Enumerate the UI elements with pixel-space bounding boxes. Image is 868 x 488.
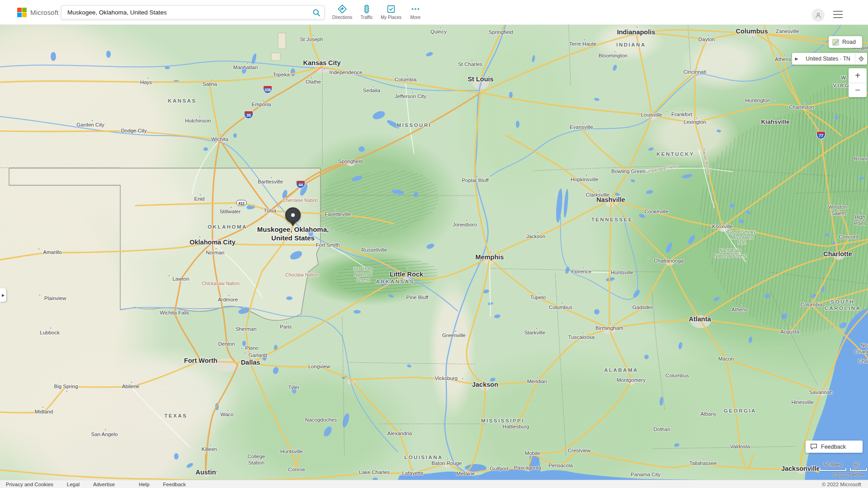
- my-places-button[interactable]: My Places: [379, 3, 403, 20]
- microsoft-logo-icon: [17, 8, 27, 17]
- more-label: More: [410, 15, 421, 20]
- scale-miles-label: 50 miles: [824, 462, 841, 467]
- traffic-button[interactable]: Traffic: [354, 3, 379, 20]
- advertise-link[interactable]: Advertise: [93, 482, 115, 487]
- traffic-label: Traffic: [360, 15, 373, 20]
- scale-miles-bar: [819, 468, 846, 471]
- map-style-road-button[interactable]: Road: [829, 36, 862, 48]
- bottom-bar: Privacy and Cookies Legal Advertise Help…: [0, 480, 868, 488]
- zoom-in-button[interactable]: +: [849, 68, 867, 83]
- locate-me-button[interactable]: [855, 53, 867, 65]
- search-box: [61, 5, 325, 19]
- location-pin[interactable]: [285, 207, 301, 223]
- feedback-label: Feedback: [821, 444, 846, 450]
- breadcrumb-expand-icon[interactable]: ▶: [792, 56, 801, 61]
- zoom-out-button[interactable]: −: [849, 83, 867, 97]
- more-button[interactable]: More: [403, 3, 428, 20]
- bing-maps-app: Microsoft Bing Directions: [0, 0, 868, 488]
- breadcrumb-text: United States · TN: [801, 56, 855, 62]
- road-button-label: Road: [842, 39, 856, 45]
- side-panel-expander[interactable]: ▶: [0, 288, 6, 302]
- copyright: © 2022 Microsoft: [822, 482, 861, 487]
- pin-label: Muskogee, Oklahoma, United States: [257, 225, 329, 243]
- more-icon: [410, 4, 420, 14]
- my-places-icon: [386, 4, 396, 14]
- account-avatar[interactable]: [811, 9, 825, 22]
- directions-label: Directions: [332, 15, 352, 20]
- traffic-icon: [362, 4, 372, 14]
- help-link[interactable]: Help: [139, 482, 150, 487]
- directions-icon: [337, 4, 347, 14]
- scale-km-bar: [850, 468, 867, 471]
- search-input[interactable]: [61, 9, 309, 16]
- top-bar: Microsoft Bing Directions: [0, 0, 868, 25]
- map-canvas[interactable]: QuincySpringfieldColumbusZanesvilleSt Jo…: [0, 25, 868, 480]
- region-breadcrumb[interactable]: ▶ United States · TN: [792, 53, 867, 65]
- map-geography: [0, 25, 868, 480]
- directions-button[interactable]: Directions: [330, 3, 354, 20]
- map-style-thumbnail-icon: [832, 39, 839, 46]
- toolbar: Directions Traffic: [330, 3, 428, 20]
- feedback-bubble-icon: [810, 443, 817, 450]
- feedback-link[interactable]: Feedback: [163, 482, 186, 487]
- zoom-controls: + −: [849, 68, 867, 97]
- search-icon[interactable]: [309, 8, 324, 17]
- hamburger-menu[interactable]: [833, 11, 843, 20]
- feedback-button[interactable]: Feedback: [806, 441, 863, 453]
- locate-icon: [858, 55, 865, 62]
- legal-link[interactable]: Legal: [67, 482, 80, 487]
- scale-km-label: 50 km: [854, 462, 863, 473]
- privacy-link[interactable]: Privacy and Cookies: [6, 482, 53, 487]
- map-attribution: © 2022 TomTom: [832, 473, 865, 478]
- my-places-label: My Places: [381, 15, 401, 20]
